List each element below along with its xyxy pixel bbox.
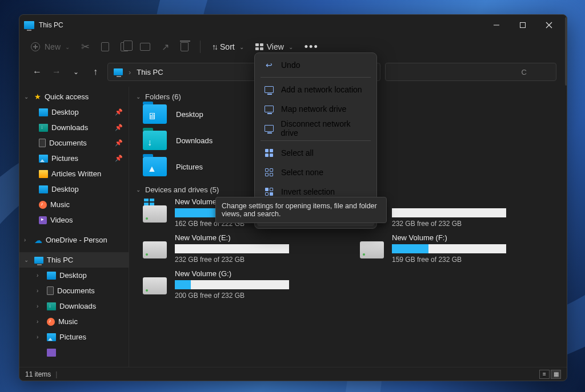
sidebar-item[interactable]: ›Desktop [19, 268, 129, 283]
menu-disconnect-network-drive[interactable]: Disconnect network drive [257, 119, 374, 138]
star-icon: ★ [34, 92, 41, 101]
sidebar-item[interactable]: Music [19, 197, 129, 212]
titlebar: This PC [19, 15, 567, 35]
music-icon [47, 318, 55, 326]
sidebar-item[interactable]: Videos [19, 212, 129, 228]
folder-icon [47, 272, 56, 280]
sort-icon: ↑↓ [212, 42, 217, 51]
sidebar-item[interactable]: Downloads📌 [19, 120, 129, 135]
pin-icon: 📌 [115, 139, 123, 147]
chevron-down-icon: ⌄ [65, 44, 70, 50]
sort-button[interactable]: ↑↓ Sort ⌄ [212, 42, 244, 51]
drive-item[interactable]: New Volume (F:) 159 GB free of 232 GB [360, 233, 560, 264]
copy-icon [101, 42, 109, 51]
grid-icon [265, 188, 273, 196]
close-button[interactable] [536, 16, 562, 34]
video-icon [39, 216, 47, 224]
sidebar-item[interactable] [19, 345, 129, 360]
drive-icon [360, 241, 384, 258]
sidebar-item[interactable]: ›Downloads [19, 298, 129, 314]
details-view-button[interactable]: ≡ [539, 370, 550, 379]
svg-rect-1 [520, 23, 526, 28]
chevron-down-icon: ⌄ [239, 44, 244, 50]
paste-icon [121, 42, 129, 51]
copy-button[interactable] [101, 42, 109, 51]
share-icon: ↗ [162, 42, 169, 52]
drive-icon [143, 241, 167, 258]
tooltip: Change settings for opening items, file … [215, 197, 387, 223]
back-button[interactable]: ← [30, 67, 45, 77]
sidebar-item[interactable]: ›Music [19, 314, 129, 329]
pictures-icon [39, 155, 48, 163]
downloads-icon [39, 124, 48, 132]
drive-icon [265, 125, 274, 132]
folder-icon [39, 185, 48, 193]
pictures-folder-icon: ▲ [143, 157, 167, 176]
status-item-count: 11 items [25, 370, 51, 378]
more-button[interactable]: ••• [304, 41, 319, 53]
thumbnails-view-button[interactable]: ▦ [551, 370, 561, 379]
status-bar: 11 items | ≡ ▦ [19, 367, 567, 381]
pin-icon: 📌 [115, 155, 123, 162]
sidebar-this-pc[interactable]: ⌄ This PC [19, 252, 129, 268]
share-button[interactable]: ↗ [162, 42, 169, 52]
drive-icon [265, 106, 274, 112]
sidebar-item[interactable]: Desktop📌 [19, 104, 129, 120]
downloads-icon [47, 302, 56, 310]
sidebar-item[interactable]: ›Pictures [19, 329, 129, 345]
pin-icon: 📌 [115, 108, 123, 116]
up-button[interactable]: ↑ [88, 67, 103, 77]
grid-icon [265, 149, 273, 157]
paste-button[interactable] [121, 42, 129, 51]
new-button[interactable]: New ⌄ [30, 41, 70, 52]
plus-icon [31, 42, 40, 51]
menu-add-network-location[interactable]: Add a network location [257, 80, 374, 99]
music-icon [39, 201, 47, 209]
window-title: This PC [39, 21, 63, 29]
sidebar-item[interactable]: Documents📌 [19, 135, 129, 151]
drive-item[interactable]: New Volume (G:) 200 GB free of 232 GB [143, 269, 343, 300]
drive-icon [143, 277, 167, 294]
ellipsis-icon: ••• [304, 41, 319, 53]
chevron-down-icon[interactable]: ⌄ [24, 257, 31, 263]
rename-icon [140, 43, 150, 51]
menu-select-all[interactable]: Select all [257, 143, 374, 163]
cut-button[interactable]: ✂ [81, 41, 90, 53]
delete-button[interactable] [181, 42, 189, 51]
drive-item[interactable]: New Volume (E:) 232 GB free of 232 GB [143, 233, 343, 264]
chevron-down-icon: ⌄ [289, 44, 293, 50]
menu-map-network-drive[interactable]: Map network drive [257, 99, 374, 119]
sidebar-quick-access[interactable]: ⌄ ★ Quick access [19, 89, 129, 104]
document-icon [39, 139, 46, 147]
sidebar-item[interactable]: Articles Written [19, 166, 129, 181]
drive-usage-bar [392, 244, 506, 253]
drive-item[interactable]: 232 GB free of 232 GB [360, 197, 560, 228]
undo-icon: ↩ [264, 60, 274, 70]
folder-icon: 🖥 [143, 104, 167, 124]
folder-icon [47, 349, 56, 357]
sidebar-item[interactable]: Desktop [19, 181, 129, 197]
search-input[interactable]: Search C [385, 63, 556, 81]
scissors-icon: ✂ [81, 41, 90, 53]
sidebar-onedrive[interactable]: › ☁ OneDrive - Person [19, 232, 129, 248]
menu-undo[interactable]: ↩ Undo [257, 55, 374, 75]
menu-select-none[interactable]: Select none [257, 163, 374, 182]
recent-button[interactable]: ⌄ [69, 68, 83, 76]
chevron-down-icon[interactable]: ⌄ [24, 94, 31, 100]
monitor-icon [265, 86, 274, 93]
forward-button[interactable]: → [49, 67, 64, 77]
chevron-down-icon: ⌄ [136, 94, 141, 100]
view-button[interactable]: View ⌄ [255, 42, 293, 51]
folder-icon [39, 108, 48, 116]
minimize-button[interactable] [483, 16, 510, 34]
drive-usage-bar [392, 208, 506, 217]
sidebar-item[interactable]: Pictures📌 [19, 151, 129, 166]
breadcrumb-current[interactable]: This PC [137, 68, 163, 76]
chevron-right-icon[interactable]: › [24, 237, 31, 243]
sidebar-item[interactable]: ›Documents [19, 283, 129, 298]
rename-button[interactable] [140, 43, 150, 51]
this-pc-icon [34, 257, 43, 264]
downloads-folder-icon: ↓ [143, 131, 167, 150]
maximize-button[interactable] [510, 16, 536, 34]
trash-icon [181, 42, 189, 51]
